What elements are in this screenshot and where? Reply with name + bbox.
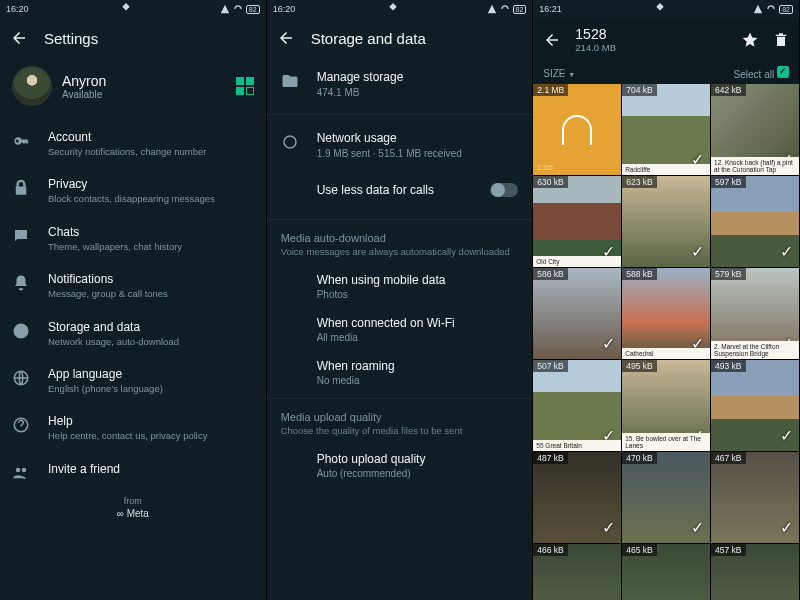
selection-count: 1528 — [575, 27, 616, 42]
settings-screen: 16:20 82 Settings Anyron Available Accou… — [0, 0, 267, 600]
less-data-row[interactable]: Use less data for calls — [267, 171, 533, 215]
media-grid: 2.1 MB1:05704 kB✓Radcliffe642 kB✓12. Kno… — [533, 84, 799, 600]
media-tile[interactable]: 466 kB✓ — [533, 544, 621, 600]
help-icon — [12, 416, 30, 434]
footer: from ∞ Meta — [0, 496, 266, 519]
settings-item-app-language[interactable]: App languageEnglish (phone's language) — [0, 357, 266, 404]
settings-item-notifications[interactable]: NotificationsMessage, group & call tones — [0, 262, 266, 309]
page-title: Storage and data — [311, 30, 426, 47]
check-icon: ✓ — [780, 518, 793, 537]
tile-size: 588 kB — [622, 268, 656, 280]
headphone-icon — [562, 115, 592, 145]
lock-icon — [12, 179, 30, 197]
media-tile[interactable]: 642 kB✓12. Knock back (half) a pint at t… — [711, 84, 799, 175]
media-tile[interactable]: 579 kB✓2. Marvel at the Clifton Suspensi… — [711, 268, 799, 359]
back-icon[interactable] — [543, 31, 561, 49]
chat-icon — [12, 227, 30, 245]
settings-item-invite-a-friend[interactable]: Invite a friend — [0, 452, 266, 492]
less-data-toggle[interactable] — [490, 183, 518, 197]
media-tile[interactable]: 487 kB✓ — [533, 452, 621, 543]
sort-bar: SIZE ▼ Select all — [533, 62, 799, 84]
tile-size: 465 kB — [622, 544, 656, 556]
tile-size: 470 kB — [622, 452, 656, 464]
status-bar: 16:21 82 — [533, 0, 799, 18]
media-tile[interactable]: 630 kB✓Old City — [533, 176, 621, 267]
tile-size: 467 kB — [711, 452, 745, 464]
folder-icon — [281, 72, 299, 90]
tile-caption: Cathedral — [622, 348, 710, 359]
qr-icon[interactable] — [236, 77, 254, 95]
auto-download-item[interactable]: When roamingNo media — [267, 351, 533, 394]
photo-upload-quality[interactable]: Photo upload quality Auto (recommended) — [267, 444, 533, 487]
tile-size: 466 kB — [533, 544, 567, 556]
media-tile[interactable]: 465 kB✓ — [622, 544, 710, 600]
media-tile[interactable]: 470 kB✓ — [622, 452, 710, 543]
key-icon — [12, 132, 30, 150]
star-icon[interactable] — [741, 31, 759, 49]
check-icon: ✓ — [691, 242, 704, 261]
auto-download-item[interactable]: When using mobile dataPhotos — [267, 265, 533, 308]
settings-item-chats[interactable]: ChatsTheme, wallpapers, chat history — [0, 215, 266, 262]
bell-icon — [12, 274, 30, 292]
delete-icon[interactable] — [773, 31, 789, 49]
network-usage[interactable]: Network usage 1.9 MB sent · 515.1 MB rec… — [267, 119, 533, 171]
tile-size: 579 kB — [711, 268, 745, 280]
status-time: 16:21 — [539, 4, 562, 14]
settings-item-storage-and-data[interactable]: Storage and dataNetwork usage, auto-down… — [0, 310, 266, 357]
media-tile[interactable]: 704 kB✓Radcliffe — [622, 84, 710, 175]
page-title: Settings — [44, 30, 98, 47]
media-tile[interactable]: 2.1 MB1:05 — [533, 84, 621, 175]
media-tile[interactable]: 493 kB✓ — [711, 360, 799, 451]
selection-header: 1528 214.0 MB — [533, 18, 799, 62]
media-tile[interactable]: 623 kB✓ — [622, 176, 710, 267]
media-tile[interactable]: 597 kB✓ — [711, 176, 799, 267]
settings-header: Settings — [0, 18, 266, 58]
tile-size: 487 kB — [533, 452, 567, 464]
auto-download-item[interactable]: When connected on Wi-FiAll media — [267, 308, 533, 351]
tile-size: 642 kB — [711, 84, 745, 96]
media-tile[interactable]: 495 kB✓15. Be bowled over at The Lanes — [622, 360, 710, 451]
settings-item-help[interactable]: HelpHelp centre, contact us, privacy pol… — [0, 404, 266, 451]
tile-size: 2.1 MB — [533, 84, 568, 96]
tile-size: 586 kB — [533, 268, 567, 280]
manage-storage[interactable]: Manage storage 474.1 MB — [267, 58, 533, 110]
settings-item-account[interactable]: AccountSecurity notifications, change nu… — [0, 120, 266, 167]
storage-header: Storage and data — [267, 18, 533, 58]
check-icon: ✓ — [780, 242, 793, 261]
media-tile[interactable]: 467 kB✓ — [711, 452, 799, 543]
tile-caption: Radcliffe — [622, 164, 710, 175]
select-all-checkbox[interactable] — [777, 66, 789, 78]
tile-size: 493 kB — [711, 360, 745, 372]
group-icon — [12, 464, 30, 482]
selection-size: 214.0 MB — [575, 42, 616, 53]
status-bar: 16:20 82 — [0, 0, 266, 18]
media-tile[interactable]: 586 kB✓ — [533, 268, 621, 359]
profile-name: Anyron — [62, 73, 106, 89]
select-all[interactable]: Select all — [734, 66, 789, 80]
upload-quality-header: Media upload quality — [267, 403, 533, 425]
avatar — [12, 66, 52, 106]
auto-download-header: Media auto-download — [267, 224, 533, 246]
tile-caption: 55 Great Britain — [533, 440, 621, 451]
settings-item-privacy[interactable]: PrivacyBlock contacts, disappearing mess… — [0, 167, 266, 214]
profile-status: Available — [62, 89, 106, 100]
profile-row[interactable]: Anyron Available — [0, 58, 266, 120]
data-icon — [12, 322, 30, 340]
tile-size: 630 kB — [533, 176, 567, 188]
media-tile[interactable]: 457 kB✓ — [711, 544, 799, 600]
media-selection-screen: 16:21 82 1528 214.0 MB SIZE ▼ Select all… — [533, 0, 800, 600]
back-icon[interactable] — [10, 29, 28, 47]
globe-icon — [12, 369, 30, 387]
check-icon: ✓ — [691, 518, 704, 537]
back-icon[interactable] — [277, 29, 295, 47]
tile-size: 495 kB — [622, 360, 656, 372]
tile-size: 623 kB — [622, 176, 656, 188]
media-tile[interactable]: 588 kB✓Cathedral — [622, 268, 710, 359]
tile-caption: 15. Be bowled over at The Lanes — [622, 433, 710, 451]
media-tile[interactable]: 507 kB✓55 Great Britain — [533, 360, 621, 451]
sort-label[interactable]: SIZE ▼ — [543, 68, 575, 79]
tile-caption: Old City — [533, 256, 621, 267]
check-icon: ✓ — [780, 426, 793, 445]
tile-caption: 2. Marvel at the Clifton Suspension Brid… — [711, 341, 799, 359]
check-icon: ✓ — [602, 518, 615, 537]
